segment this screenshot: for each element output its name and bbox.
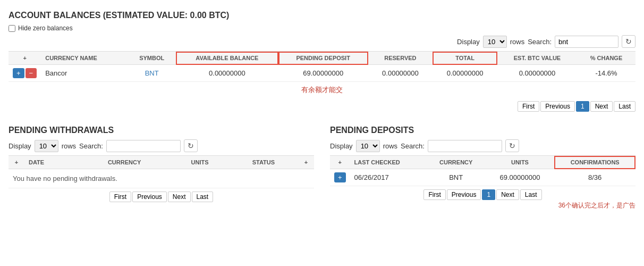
col-change: % CHANGE: [577, 52, 635, 65]
wd-display-label: Display: [9, 142, 31, 150]
account-pagination: First Previous 1 Next Last: [9, 101, 635, 112]
hide-zero-checkbox[interactable]: [9, 25, 15, 32]
deposits-section: PENDING DEPOSITS Display 10 25 rows Sear…: [330, 120, 635, 211]
col-symbol: SYMBOL: [128, 52, 176, 65]
col-available-balance: AVAILABLE BALANCE: [176, 52, 278, 65]
display-rows-select[interactable]: 10 25 50: [483, 36, 507, 48]
pd-search-input[interactable]: [428, 140, 502, 152]
pd-add-button[interactable]: +: [334, 172, 346, 182]
pd-current-page-button[interactable]: 1: [482, 189, 495, 200]
wd-no-data-row: You have no pending withdrawals.: [9, 169, 314, 188]
pd-last-checked: 06/26/2017: [350, 169, 427, 186]
wd-prev-button[interactable]: Previous: [132, 192, 167, 202]
currency-name: Bancor: [41, 65, 128, 82]
pd-col-units: UNITS: [486, 156, 555, 169]
wd-next-button[interactable]: Next: [168, 192, 191, 202]
pd-display-select[interactable]: 10 25: [356, 140, 380, 152]
wd-col-units: UNITS: [171, 156, 228, 169]
rows-label: rows: [510, 38, 524, 46]
wd-refresh-button[interactable]: ↻: [184, 139, 198, 152]
pd-display-label: Display: [330, 142, 353, 150]
wd-rows-label: rows: [62, 142, 76, 150]
wd-search-input[interactable]: [106, 140, 181, 152]
withdrawals-title: PENDING WITHDRAWALS: [9, 126, 314, 135]
pd-pagination: First Previous 1 Next Last: [330, 189, 635, 200]
wd-pagination: First Previous Next Last: [9, 192, 314, 202]
pd-col-last-checked: LAST CHECKED: [350, 156, 427, 169]
pd-units: 69.00000000: [486, 169, 555, 186]
pd-last-button[interactable]: Last: [520, 189, 542, 200]
pd-first-button[interactable]: First: [423, 189, 445, 200]
change: -14.6%: [577, 65, 635, 82]
account-table-row: + − Bancor BNT 0.00000000 69.00000000 0.…: [9, 65, 635, 82]
deposits-table: + LAST CHECKED CURRENCY UNITS CONFIRMATI…: [330, 155, 635, 186]
search-input[interactable]: [555, 36, 618, 48]
col-pending-deposit: PENDING DEPOSIT: [278, 52, 368, 65]
wd-col-plus: +: [9, 156, 24, 169]
first-page-button[interactable]: First: [518, 101, 539, 112]
pd-col-currency: CURRENCY: [427, 156, 486, 169]
col-est-btc: EST. BTC VALUE: [497, 52, 577, 65]
account-annotation: 有余额才能交: [9, 82, 635, 98]
remove-row-button[interactable]: −: [26, 68, 37, 78]
hide-zero-label: Hide zero balances: [18, 24, 73, 32]
next-page-button[interactable]: Next: [590, 101, 613, 112]
prev-page-button[interactable]: Previous: [540, 101, 575, 112]
display-label: Display: [457, 38, 480, 46]
pending-deposit: 69.00000000: [278, 65, 368, 82]
reserved: 0.00000000: [368, 65, 433, 82]
refresh-button[interactable]: ↻: [622, 35, 635, 48]
currency-symbol[interactable]: BNT: [145, 69, 159, 77]
wd-display-select[interactable]: 10 25: [35, 140, 58, 152]
withdrawals-section: PENDING WITHDRAWALS Display 10 25 rows S…: [9, 120, 314, 211]
wd-no-data-text: You have no pending withdrawals.: [9, 169, 314, 188]
add-row-button[interactable]: +: [13, 68, 24, 78]
pd-refresh-button[interactable]: ↻: [505, 139, 519, 152]
pd-next-button[interactable]: Next: [496, 189, 519, 200]
wd-first-button[interactable]: First: [109, 192, 131, 202]
col-currency-name: CURRENCY NAME: [41, 52, 128, 65]
pd-currency: BNT: [427, 169, 486, 186]
deposits-table-row: + 06/26/2017 BNT 69.00000000 8/36: [330, 169, 635, 186]
pd-prev-button[interactable]: Previous: [447, 189, 481, 200]
plus-icon: +: [23, 55, 26, 61]
wd-col-date: DATE: [24, 156, 78, 169]
pd-confirmations: 8/36: [554, 169, 635, 186]
last-page-button[interactable]: Last: [614, 101, 635, 112]
total: 0.00000000: [433, 65, 497, 82]
deposits-title: PENDING DEPOSITS: [330, 126, 635, 135]
wd-col-status: STATUS: [229, 156, 298, 169]
wd-last-button[interactable]: Last: [192, 192, 214, 202]
wd-search-label: Search:: [79, 142, 103, 150]
account-title: ACCOUNT BALANCES (ESTIMATED VALUE: 0.00 …: [9, 11, 635, 20]
search-label: Search:: [528, 38, 552, 46]
pd-rows-label: rows: [383, 142, 397, 150]
pd-search-label: Search:: [401, 142, 425, 150]
col-total: TOTAL: [433, 52, 497, 65]
deposits-annotation: 36个确认完之后才，是广告: [330, 200, 635, 211]
current-page-button[interactable]: 1: [576, 101, 589, 112]
est-btc-value: 0.00000000: [497, 65, 577, 82]
wd-col-currency: CURRENCY: [78, 156, 171, 169]
withdrawals-table: + DATE CURRENCY UNITS STATUS + You have …: [9, 155, 314, 188]
pd-col-plus: +: [330, 156, 350, 169]
wd-col-plus2: +: [298, 156, 314, 169]
account-table: + CURRENCY NAME SYMBOL AVAILABLE BALANCE…: [9, 51, 635, 82]
pd-col-confirmations: CONFIRMATIONS: [554, 156, 635, 169]
available-balance: 0.00000000: [176, 65, 278, 82]
col-reserved: RESERVED: [368, 52, 433, 65]
